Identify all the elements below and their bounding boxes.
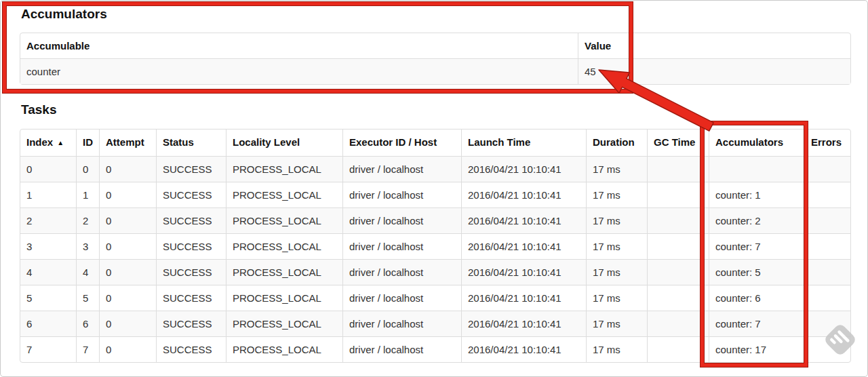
- column-header-duration[interactable]: Duration: [586, 130, 647, 156]
- tasks-section-title: Tasks: [21, 102, 56, 117]
- cell-id: 0: [76, 156, 99, 182]
- cell-id: 5: [76, 285, 99, 311]
- cell-locality: PROCESS_LOCAL: [226, 285, 342, 311]
- sort-ascending-icon: ▲: [57, 139, 64, 146]
- task-row: 2 2 0 SUCCESS PROCESS_LOCAL driver / loc…: [20, 207, 850, 233]
- cell-duration: 17 ms: [586, 259, 647, 285]
- cell-attempt: 0: [99, 156, 156, 182]
- cell-gc-time: [647, 311, 709, 336]
- cell-executor: driver / localhost: [342, 233, 461, 259]
- cell-locality: PROCESS_LOCAL: [226, 182, 342, 207]
- cell-index: 1: [20, 182, 76, 207]
- accumulable-row: counter 45: [20, 58, 850, 84]
- task-row: 1 1 0 SUCCESS PROCESS_LOCAL driver / loc…: [20, 182, 850, 207]
- accumulable-column-header[interactable]: Accumulable: [20, 33, 578, 58]
- cell-status: SUCCESS: [156, 336, 226, 362]
- cell-accumulators: counter: 7: [709, 311, 804, 336]
- cell-attempt: 0: [99, 336, 156, 362]
- column-header-executor-id-host[interactable]: Executor ID / Host: [342, 130, 461, 156]
- cell-launch-time: 2016/04/21 10:10:41: [461, 233, 586, 259]
- cell-id: 3: [76, 233, 99, 259]
- cell-errors: [804, 233, 850, 259]
- cell-accumulators: counter: 7: [709, 233, 804, 259]
- cell-accumulators: [709, 156, 804, 182]
- column-header-launch-time[interactable]: Launch Time: [461, 130, 586, 156]
- column-header-index[interactable]: Index▲: [20, 130, 76, 156]
- cell-duration: 17 ms: [586, 156, 647, 182]
- tasks-table: Index▲ ID Attempt Status Locality Level …: [20, 129, 851, 363]
- cell-duration: 17 ms: [586, 233, 647, 259]
- cell-gc-time: [647, 233, 709, 259]
- column-header-accumulators[interactable]: Accumulators: [709, 130, 804, 156]
- column-header-attempt[interactable]: Attempt: [99, 130, 156, 156]
- cell-status: SUCCESS: [156, 156, 226, 182]
- cell-index: 3: [20, 233, 76, 259]
- cell-accumulators: counter: 1: [709, 182, 804, 207]
- cell-locality: PROCESS_LOCAL: [226, 259, 342, 285]
- cell-duration: 17 ms: [586, 311, 647, 336]
- cell-index: 7: [20, 336, 76, 362]
- cell-executor: driver / localhost: [342, 207, 461, 233]
- accumulable-table: Accumulable Value counter 45: [20, 33, 851, 85]
- cell-duration: 17 ms: [586, 336, 647, 362]
- cell-launch-time: 2016/04/21 10:10:41: [461, 156, 586, 182]
- cell-attempt: 0: [99, 207, 156, 233]
- cell-status: SUCCESS: [156, 207, 226, 233]
- cell-gc-time: [647, 182, 709, 207]
- cell-executor: driver / localhost: [342, 156, 461, 182]
- cell-executor: driver / localhost: [342, 259, 461, 285]
- spark-ui-page: Accumulators Accumulable Value counter 4…: [0, 0, 868, 377]
- cell-accumulators: counter: 6: [709, 285, 804, 311]
- cell-errors: [804, 259, 850, 285]
- cell-gc-time: [647, 285, 709, 311]
- column-header-id[interactable]: ID: [76, 130, 99, 156]
- cell-launch-time: 2016/04/21 10:10:41: [461, 285, 586, 311]
- cell-index: 4: [20, 259, 76, 285]
- cell-accumulators: counter: 17: [709, 336, 804, 362]
- value-column-header[interactable]: Value: [578, 33, 850, 58]
- cell-errors: [804, 285, 850, 311]
- accumulable-name-cell: counter: [20, 58, 578, 84]
- cell-executor: driver / localhost: [342, 311, 461, 336]
- cell-accumulators: counter: 2: [709, 207, 804, 233]
- cell-gc-time: [647, 336, 709, 362]
- cell-attempt: 0: [99, 259, 156, 285]
- cell-locality: PROCESS_LOCAL: [226, 233, 342, 259]
- column-header-errors[interactable]: Errors: [804, 130, 850, 156]
- column-header-index-label: Index: [26, 136, 53, 148]
- task-row: 7 7 0 SUCCESS PROCESS_LOCAL driver / loc…: [20, 336, 850, 362]
- cell-attempt: 0: [99, 233, 156, 259]
- cell-attempt: 0: [99, 182, 156, 207]
- cell-gc-time: [647, 207, 709, 233]
- feedly-watermark-icon: [823, 322, 858, 357]
- cell-launch-time: 2016/04/21 10:10:41: [461, 207, 586, 233]
- cell-status: SUCCESS: [156, 311, 226, 336]
- tasks-header-row: Index▲ ID Attempt Status Locality Level …: [20, 130, 850, 156]
- cell-id: 7: [76, 336, 99, 362]
- cell-id: 4: [76, 259, 99, 285]
- cell-status: SUCCESS: [156, 233, 226, 259]
- accumulable-value-cell: 45: [578, 58, 850, 84]
- cell-status: SUCCESS: [156, 259, 226, 285]
- cell-errors: [804, 207, 850, 233]
- task-row: 6 6 0 SUCCESS PROCESS_LOCAL driver / loc…: [20, 311, 850, 336]
- cell-launch-time: 2016/04/21 10:10:41: [461, 336, 586, 362]
- cell-duration: 17 ms: [586, 207, 647, 233]
- cell-locality: PROCESS_LOCAL: [226, 336, 342, 362]
- cell-id: 2: [76, 207, 99, 233]
- cell-launch-time: 2016/04/21 10:10:41: [461, 311, 586, 336]
- cell-gc-time: [647, 156, 709, 182]
- cell-status: SUCCESS: [156, 285, 226, 311]
- accumulators-section-title: Accumulators: [21, 7, 107, 22]
- column-header-status[interactable]: Status: [156, 130, 226, 156]
- cell-id: 1: [76, 182, 99, 207]
- column-header-gc-time[interactable]: GC Time: [647, 130, 709, 156]
- cell-attempt: 0: [99, 285, 156, 311]
- cell-index: 5: [20, 285, 76, 311]
- cell-id: 6: [76, 311, 99, 336]
- task-row: 4 4 0 SUCCESS PROCESS_LOCAL driver / loc…: [20, 259, 850, 285]
- cell-index: 0: [20, 156, 76, 182]
- cell-locality: PROCESS_LOCAL: [226, 156, 342, 182]
- column-header-locality-level[interactable]: Locality Level: [226, 130, 342, 156]
- cell-locality: PROCESS_LOCAL: [226, 207, 342, 233]
